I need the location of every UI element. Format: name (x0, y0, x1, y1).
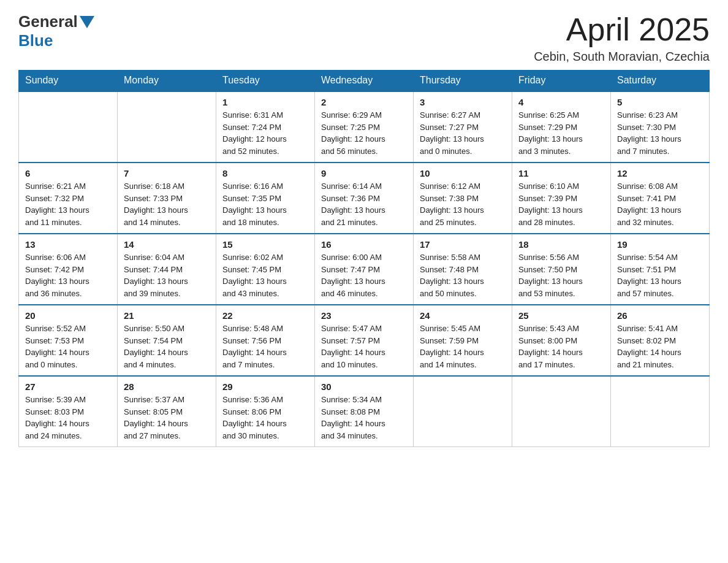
calendar-cell: 21Sunrise: 5:50 AMSunset: 7:54 PMDayligh… (118, 305, 216, 376)
title-section: April 2025 Cebin, South Moravian, Czechi… (534, 12, 710, 64)
day-number: 13 (25, 239, 111, 250)
day-info: Sunrise: 6:12 AMSunset: 7:38 PMDaylight:… (420, 180, 506, 228)
day-number: 8 (222, 168, 308, 178)
day-info: Sunrise: 6:18 AMSunset: 7:33 PMDaylight:… (124, 180, 210, 228)
day-number: 1 (222, 97, 308, 107)
day-number: 10 (420, 168, 506, 178)
weekday-header-monday: Monday (118, 70, 216, 91)
calendar-cell: 24Sunrise: 5:45 AMSunset: 7:59 PMDayligh… (414, 305, 512, 376)
day-number: 29 (222, 381, 308, 392)
day-number: 6 (25, 168, 111, 178)
calendar-cell: 6Sunrise: 6:21 AMSunset: 7:32 PMDaylight… (19, 163, 118, 234)
day-number: 27 (25, 381, 111, 392)
day-number: 4 (518, 97, 604, 107)
calendar-cell: 10Sunrise: 6:12 AMSunset: 7:38 PMDayligh… (414, 163, 512, 234)
location-title: Cebin, South Moravian, Czechia (534, 50, 710, 64)
logo: General Blue (18, 12, 96, 50)
calendar-cell: 25Sunrise: 5:43 AMSunset: 8:00 PMDayligh… (512, 305, 611, 376)
day-info: Sunrise: 6:27 AMSunset: 7:27 PMDaylight:… (420, 109, 506, 157)
day-number: 24 (420, 310, 506, 321)
calendar-cell (118, 91, 216, 163)
calendar-cell: 27Sunrise: 5:39 AMSunset: 8:03 PMDayligh… (19, 376, 118, 447)
calendar-cell: 22Sunrise: 5:48 AMSunset: 7:56 PMDayligh… (216, 305, 315, 376)
calendar-cell: 17Sunrise: 5:58 AMSunset: 7:48 PMDayligh… (414, 234, 512, 305)
logo-blue-text: Blue (18, 31, 53, 50)
weekday-header-sunday: Sunday (19, 70, 118, 91)
day-number: 21 (124, 310, 210, 321)
calendar-cell: 2Sunrise: 6:29 AMSunset: 7:25 PMDaylight… (315, 91, 414, 163)
day-number: 22 (222, 310, 308, 321)
weekday-header-friday: Friday (512, 70, 611, 91)
day-number: 3 (420, 97, 506, 107)
day-info: Sunrise: 6:00 AMSunset: 7:47 PMDaylight:… (321, 251, 407, 299)
day-info: Sunrise: 6:14 AMSunset: 7:36 PMDaylight:… (321, 180, 407, 228)
calendar-cell: 20Sunrise: 5:52 AMSunset: 7:53 PMDayligh… (19, 305, 118, 376)
day-info: Sunrise: 5:39 AMSunset: 8:03 PMDaylight:… (25, 394, 111, 442)
weekday-header-tuesday: Tuesday (216, 70, 315, 91)
day-number: 14 (124, 239, 210, 250)
calendar-week-row: 27Sunrise: 5:39 AMSunset: 8:03 PMDayligh… (19, 376, 710, 447)
day-info: Sunrise: 5:45 AMSunset: 7:59 PMDaylight:… (420, 323, 506, 370)
day-info: Sunrise: 6:02 AMSunset: 7:45 PMDaylight:… (222, 251, 308, 299)
day-info: Sunrise: 6:06 AMSunset: 7:42 PMDaylight:… (25, 251, 111, 299)
calendar-cell: 15Sunrise: 6:02 AMSunset: 7:45 PMDayligh… (216, 234, 315, 305)
calendar-cell: 1Sunrise: 6:31 AMSunset: 7:24 PMDaylight… (216, 91, 315, 163)
calendar-cell: 9Sunrise: 6:14 AMSunset: 7:36 PMDaylight… (315, 163, 414, 234)
day-number: 7 (124, 168, 210, 178)
weekday-header-row: SundayMondayTuesdayWednesdayThursdayFrid… (19, 70, 710, 91)
day-info: Sunrise: 5:37 AMSunset: 8:05 PMDaylight:… (124, 394, 210, 442)
day-number: 12 (617, 168, 703, 178)
day-info: Sunrise: 5:41 AMSunset: 8:02 PMDaylight:… (617, 323, 703, 370)
day-number: 15 (222, 239, 308, 250)
day-number: 28 (124, 381, 210, 392)
calendar-cell: 14Sunrise: 6:04 AMSunset: 7:44 PMDayligh… (118, 234, 216, 305)
calendar-cell: 18Sunrise: 5:56 AMSunset: 7:50 PMDayligh… (512, 234, 611, 305)
day-number: 25 (518, 310, 604, 321)
weekday-header-thursday: Thursday (414, 70, 512, 91)
calendar-cell (19, 91, 118, 163)
day-number: 30 (321, 381, 407, 392)
day-info: Sunrise: 5:54 AMSunset: 7:51 PMDaylight:… (617, 251, 703, 299)
day-info: Sunrise: 5:47 AMSunset: 7:57 PMDaylight:… (321, 323, 407, 370)
day-info: Sunrise: 6:23 AMSunset: 7:30 PMDaylight:… (617, 109, 703, 157)
calendar-cell: 7Sunrise: 6:18 AMSunset: 7:33 PMDaylight… (118, 163, 216, 234)
logo-triangle-icon (80, 16, 94, 28)
calendar-cell: 13Sunrise: 6:06 AMSunset: 7:42 PMDayligh… (19, 234, 118, 305)
calendar-cell (512, 376, 611, 447)
calendar-cell: 28Sunrise: 5:37 AMSunset: 8:05 PMDayligh… (118, 376, 216, 447)
calendar-cell: 4Sunrise: 6:25 AMSunset: 7:29 PMDaylight… (512, 91, 611, 163)
day-info: Sunrise: 5:34 AMSunset: 8:08 PMDaylight:… (321, 394, 407, 442)
day-info: Sunrise: 6:08 AMSunset: 7:41 PMDaylight:… (617, 180, 703, 228)
day-info: Sunrise: 5:56 AMSunset: 7:50 PMDaylight:… (518, 251, 604, 299)
calendar-cell: 26Sunrise: 5:41 AMSunset: 8:02 PMDayligh… (611, 305, 710, 376)
weekday-header-wednesday: Wednesday (315, 70, 414, 91)
day-info: Sunrise: 5:52 AMSunset: 7:53 PMDaylight:… (25, 323, 111, 370)
day-info: Sunrise: 6:04 AMSunset: 7:44 PMDaylight:… (124, 251, 210, 299)
day-number: 18 (518, 239, 604, 250)
day-number: 5 (617, 97, 703, 107)
calendar-cell (414, 376, 512, 447)
day-number: 17 (420, 239, 506, 250)
calendar-week-row: 20Sunrise: 5:52 AMSunset: 7:53 PMDayligh… (19, 305, 710, 376)
day-number: 16 (321, 239, 407, 250)
weekday-header-saturday: Saturday (611, 70, 710, 91)
calendar-cell: 12Sunrise: 6:08 AMSunset: 7:41 PMDayligh… (611, 163, 710, 234)
calendar-cell: 29Sunrise: 5:36 AMSunset: 8:06 PMDayligh… (216, 376, 315, 447)
calendar-week-row: 13Sunrise: 6:06 AMSunset: 7:42 PMDayligh… (19, 234, 710, 305)
calendar-cell: 19Sunrise: 5:54 AMSunset: 7:51 PMDayligh… (611, 234, 710, 305)
page-header: General Blue April 2025 Cebin, South Mor… (18, 12, 710, 64)
day-info: Sunrise: 5:43 AMSunset: 8:00 PMDaylight:… (518, 323, 604, 370)
day-number: 20 (25, 310, 111, 321)
day-number: 23 (321, 310, 407, 321)
day-number: 11 (518, 168, 604, 178)
day-number: 2 (321, 97, 407, 107)
day-info: Sunrise: 6:31 AMSunset: 7:24 PMDaylight:… (222, 109, 308, 157)
day-number: 9 (321, 168, 407, 178)
calendar-cell: 11Sunrise: 6:10 AMSunset: 7:39 PMDayligh… (512, 163, 611, 234)
day-number: 26 (617, 310, 703, 321)
calendar-cell (611, 376, 710, 447)
calendar-cell: 16Sunrise: 6:00 AMSunset: 7:47 PMDayligh… (315, 234, 414, 305)
calendar-cell: 30Sunrise: 5:34 AMSunset: 8:08 PMDayligh… (315, 376, 414, 447)
month-title: April 2025 (534, 12, 710, 47)
day-info: Sunrise: 5:48 AMSunset: 7:56 PMDaylight:… (222, 323, 308, 370)
